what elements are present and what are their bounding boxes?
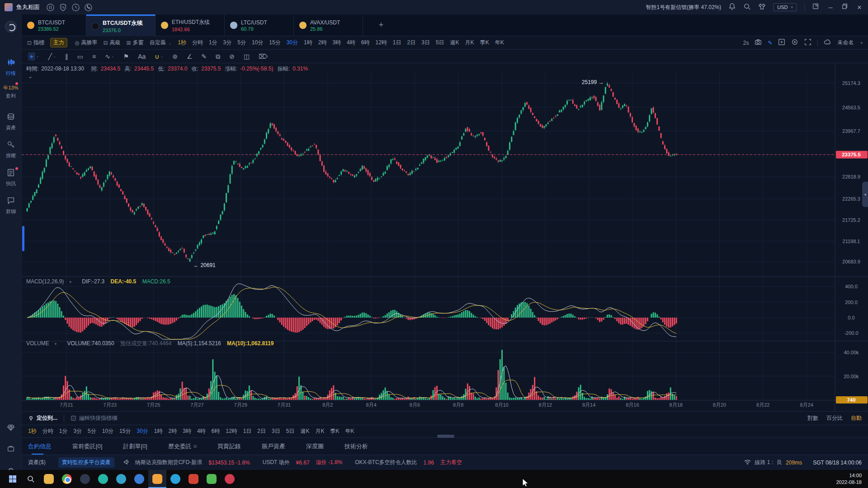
ticker-usdt-label[interactable]: USDT 场外: [263, 459, 290, 466]
main-chart-svg[interactable]: 23375.574025174.324563.523967.722818.922…: [22, 63, 868, 411]
timeframe-月K[interactable]: 月K: [465, 39, 474, 47]
quick-timeframe-2日[interactable]: 2日: [257, 427, 266, 435]
edit-shortcut-button[interactable]: 編輯快捷指標欄: [71, 414, 117, 422]
pane-resize-handle[interactable]: [437, 435, 454, 438]
quick-timeframe-週K[interactable]: 週K: [300, 427, 309, 435]
bottom-tab-買賣記錄[interactable]: 買賣記錄: [217, 438, 241, 455]
taskbar-app-music-app[interactable]: [221, 470, 239, 488]
ticker-nasdaq-label[interactable]: 纳斯达克指数期货CFD-新浪: [135, 459, 203, 466]
bottom-tab-當前委託[0][interactable]: 當前委託[0]: [72, 438, 102, 455]
line-label[interactable]: 線路 1 :: [755, 459, 773, 466]
timeframe-15分[interactable]: 15分: [269, 39, 280, 47]
sidebar-item-arbitrage[interactable]: 年13%套利: [0, 83, 22, 99]
quick-timeframe-1分[interactable]: 1分: [59, 427, 68, 435]
timeframe-3日[interactable]: 3日: [421, 39, 430, 47]
quick-timeframe-分時[interactable]: 分時: [42, 427, 53, 435]
toolbar-button-主力[interactable]: 主力: [50, 38, 67, 47]
quick-timeframe-3日[interactable]: 3日: [272, 427, 280, 435]
brush-tool[interactable]: ✎: [202, 53, 207, 60]
timeframe-2時[interactable]: 2時: [318, 39, 327, 47]
symbol-tab-ETH/USDT永续[interactable]: ETH/USDT永续1842.66: [156, 14, 225, 36]
symbol-tab-BTC/USDT[interactable]: BTC/USDT23386.52: [22, 14, 86, 36]
bottom-tab-合約信息[interactable]: 合約信息: [28, 438, 52, 455]
toolbox-icon[interactable]: [0, 445, 22, 454]
timeframe-年K[interactable]: 年K: [495, 39, 504, 47]
taskbar-clock[interactable]: 14:00 2022-08-18: [836, 472, 868, 486]
camera-icon[interactable]: [755, 38, 762, 47]
sidebar-item-assets[interactable]: 資產: [0, 112, 22, 131]
taskbar-app-explorer[interactable]: [40, 470, 58, 488]
quick-timeframe-5日[interactable]: 5日: [286, 427, 295, 435]
vip-gem-icon[interactable]: [0, 423, 22, 433]
target-icon[interactable]: [791, 38, 798, 47]
winrate-shield-icon[interactable]: %: [59, 3, 67, 12]
quick-timeframe-1秒[interactable]: 1秒: [28, 427, 37, 435]
quick-timeframe-10分[interactable]: 10分: [102, 427, 113, 435]
bottom-tab-深度圖[interactable]: 深度圖: [306, 438, 324, 455]
layout-name[interactable]: 未命名: [837, 39, 854, 47]
taskbar-app-red-app[interactable]: [184, 470, 203, 488]
bottom-tab-賬戶資產[interactable]: 賬戶資產: [262, 438, 285, 455]
timeframe-12時[interactable]: 12時: [375, 39, 387, 47]
quick-timeframe-月K[interactable]: 月K: [315, 427, 324, 435]
monitor-assets-button[interactable]: 實時監控多平台資產: [58, 457, 114, 468]
timeframe-5分[interactable]: 5分: [237, 39, 246, 47]
symbol-tab-BTC/USDT永续[interactable]: BTC/USDT永续23376.0: [86, 14, 156, 36]
close-button[interactable]: ✕: [855, 4, 863, 11]
locate-button[interactable]: 定位到...: [28, 414, 57, 422]
toolbar-button-指標[interactable]: ⊡指標: [27, 39, 44, 47]
timeframe-1日[interactable]: 1日: [393, 39, 401, 47]
bell-icon[interactable]: [728, 3, 736, 12]
taskbar-app-dark-app[interactable]: [76, 470, 94, 488]
taskbar-app-telegram[interactable]: [166, 470, 184, 488]
flag-tool[interactable]: ⚑: [123, 53, 129, 60]
cloud-save-icon[interactable]: [824, 38, 831, 47]
collapse-indicator-icon[interactable]: ⌄: [28, 73, 33, 80]
kline-mode-icon[interactable]: [46, 3, 55, 12]
toolbar-button-高勝率[interactable]: ◎高勝率: [75, 39, 97, 47]
timeframe-分時[interactable]: 分時: [192, 39, 203, 47]
right-panel-handle[interactable]: ◂: [862, 182, 868, 207]
quick-timeframe-5分[interactable]: 5分: [88, 427, 96, 435]
symbol-tab-AVAX/USDT[interactable]: AVAX/USDT25.86: [294, 14, 363, 36]
taskbar-app-wechat[interactable]: [203, 470, 221, 488]
timeframe-季K[interactable]: 季K: [480, 39, 489, 47]
popout-layout-icon[interactable]: [812, 3, 819, 12]
trend-line-tool[interactable]: ╱⌄: [48, 53, 56, 60]
quick-timeframe-15分[interactable]: 15分: [119, 427, 131, 435]
toolbar-button-高級[interactable]: ⊟高級: [104, 39, 121, 47]
sidebar-item-auth[interactable]: 授權: [0, 140, 22, 159]
sidebar-item-chat[interactable]: 群聊: [0, 196, 22, 215]
taskbar-app-edge[interactable]: [112, 470, 130, 488]
search-icon[interactable]: [743, 3, 751, 12]
magnet-tool[interactable]: ∪⌄: [155, 53, 163, 60]
shapes-tool[interactable]: ⊚: [172, 53, 178, 60]
timeframe-2日[interactable]: 2日: [407, 39, 416, 47]
crosshair-tool[interactable]: ⌖⌄: [28, 52, 39, 61]
currency-select[interactable]: USD ▾: [773, 3, 797, 11]
taskbar-app-blue-app[interactable]: [130, 470, 148, 488]
lock-tool[interactable]: ⊘: [229, 53, 235, 60]
timeframe-1時[interactable]: 1時: [304, 39, 312, 47]
bottom-tab-歷史委託[interactable]: 歷史委託⧉: [168, 438, 197, 455]
left-panel-handle[interactable]: [22, 226, 24, 251]
maximize-button[interactable]: [842, 3, 848, 11]
auto-scale-button[interactable]: 自動: [851, 414, 862, 422]
fullscreen-icon[interactable]: [804, 38, 811, 47]
quick-timeframe-1日[interactable]: 1日: [243, 427, 252, 435]
log-scale-button[interactable]: 對數: [807, 414, 818, 422]
toolbar-button-自定義[interactable]: 自定義⌄: [150, 39, 172, 47]
horizontal-lines-tool[interactable]: ≡: [92, 53, 96, 60]
quick-timeframe-3分[interactable]: 3分: [73, 427, 82, 435]
timeframe-3時[interactable]: 3時: [332, 39, 341, 47]
timer-icon[interactable]: [71, 3, 80, 12]
taskbar-app-trading-app[interactable]: [148, 470, 166, 488]
link-tool[interactable]: ⧉: [216, 53, 220, 60]
add-tab-button[interactable]: +: [372, 14, 390, 36]
user-avatar[interactable]: [5, 3, 13, 11]
quick-timeframe-4時[interactable]: 4時: [197, 427, 206, 435]
phone-icon[interactable]: [84, 3, 93, 12]
timeframe-4時[interactable]: 4時: [347, 39, 355, 47]
taskbar-search-icon[interactable]: [22, 470, 40, 488]
edit-pencil-icon[interactable]: ✎: [768, 40, 772, 46]
